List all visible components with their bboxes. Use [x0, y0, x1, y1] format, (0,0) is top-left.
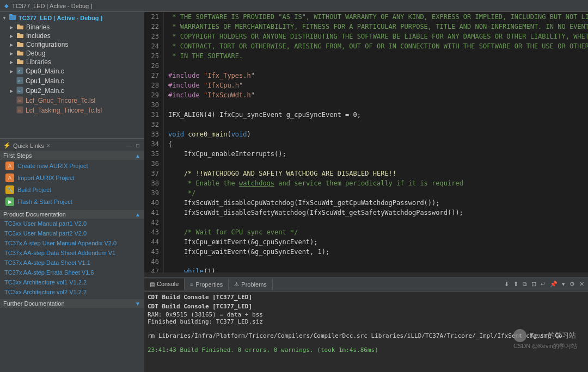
title-bar-icon: ◆: [4, 3, 9, 9]
tree-item-libraries[interactable]: ▶Libraries: [0, 58, 144, 66]
tree-item-cpu2main[interactable]: ▶.cCpu2_Main.c: [0, 86, 144, 96]
bottom-panel: ▤Console≡Properties⚠Problems ⬇ ⬆ ⧉ ⊡ ↵ 📌…: [144, 277, 588, 372]
token: while: [184, 268, 204, 272]
toolbar-settings-btn[interactable]: ⚙: [568, 280, 577, 289]
doc-link-anchor-1[interactable]: TC3xx User Manual part2 V2.0: [4, 230, 139, 237]
ql-icon-build-project: 🔧: [5, 185, 14, 194]
ql-item-flash-start[interactable]: ▶Flash & Start Project: [0, 196, 144, 208]
tree-item-includes[interactable]: ▶Includes: [0, 32, 144, 40]
watermark-name: Kevin的学习站: [530, 331, 576, 340]
toolbar-down-btn[interactable]: ⬇: [503, 280, 511, 289]
code-line-47: while(1): [168, 266, 584, 272]
code-content[interactable]: 2122232425262728293031323334353637383940…: [144, 12, 588, 272]
doc-link-anchor-5[interactable]: TC37x AA-step Errata Sheet V1.6: [4, 269, 139, 276]
code-line-37: /* !!WATCHDOG0 AND SAFETY WATCHDOG ARE D…: [168, 169, 584, 178]
ql-item-build-project[interactable]: 🔧Build Project: [0, 184, 144, 196]
quick-links-title: Quick Links: [13, 142, 44, 149]
code-line-30: [168, 100, 584, 110]
doc-link-anchor-4[interactable]: TC37x AA-step Data Sheet V1.1: [4, 259, 139, 266]
doc-link-anchor-7[interactable]: TC3xx Architecture vol2 V1.2.2: [4, 288, 139, 296]
svg-rect-1: [9, 14, 13, 16]
doc-link-anchor-6[interactable]: TC3xx Architecture vol1 V1.2.2: [4, 278, 139, 286]
code-line-31: IFX_ALIGN(4) IfxCpu_syncEvent g_cpuSyncE…: [168, 110, 584, 120]
line-num-21: 21: [146, 12, 159, 22]
svg-text:.c: .c: [17, 79, 21, 83]
line-num-25: 25: [146, 51, 159, 61]
doc-link-anchor-3[interactable]: TC37x AA-step Data Sheet Addendum V1: [4, 249, 139, 257]
tree-icon-cpu0main: .c: [16, 67, 23, 76]
product-doc-collapse[interactable]: ▲: [135, 212, 140, 218]
doc-link-anchor-2[interactable]: TC37x A-step User Manual Appendix V2.0: [4, 239, 139, 247]
token: /* Wait for CPU sync event */: [168, 228, 298, 236]
further-doc-collapse[interactable]: ▼: [135, 301, 140, 307]
code-line-42: [168, 218, 584, 227]
token: #include: [168, 91, 200, 99]
doc-link-0: TC3xx User Manual part1 V2.0: [0, 219, 144, 228]
toolbar-close-console-btn[interactable]: ✕: [578, 280, 586, 289]
further-doc-label: Further Documentation: [3, 300, 65, 307]
toolbar-menu-btn[interactable]: ▾: [560, 280, 567, 289]
tree-item-project-root[interactable]: ▼TC377_LED [ Active - Debug ]: [0, 13, 144, 23]
code-line-39: */: [168, 188, 584, 198]
token: * WARRANTIES OF MERCHANTABILITY, FITNESS…: [168, 23, 588, 30]
token: [168, 62, 172, 70]
token: IfxCpu_enableInterrupts();: [168, 150, 286, 158]
toolbar-pin-btn[interactable]: 📌: [548, 280, 559, 289]
ql-item-new-project[interactable]: ACreate new AURIX Project: [0, 160, 144, 172]
doc-links: TC3xx User Manual part1 V2.0TC3xx User M…: [0, 219, 144, 297]
toolbar-copy-btn[interactable]: ⧉: [521, 280, 529, 289]
tree-label-lcf-gnuc: Lcf_Gnuc_Tricore_Tc.lsl: [26, 97, 95, 104]
tree-icon-binaries: [16, 23, 24, 31]
line-num-41: 41: [146, 208, 159, 218]
tree-item-cpu0main[interactable]: ▶.cCpu0_Main.c: [0, 66, 144, 76]
doc-link-2: TC37x A-step User Manual Appendix V2.0: [0, 238, 144, 248]
toolbar-up-btn[interactable]: ⬆: [512, 280, 520, 289]
toolbar-wrap-btn[interactable]: ↵: [539, 280, 547, 289]
quick-links-header: ⚡ Quick Links ✕ — □: [0, 140, 144, 151]
first-steps-collapse[interactable]: ▲: [135, 153, 140, 159]
ql-label-build-project: Build Project: [17, 187, 51, 193]
tree-arrow-libraries: ▶: [10, 60, 15, 65]
token: "Ifx_Types.h": [204, 72, 255, 79]
token: "IfxScuWdt.h": [204, 91, 255, 99]
token: watchdogs: [239, 179, 274, 187]
tree-item-lcf-tasking[interactable]: .lslLcf_Tasking_Tricore_Tc.lsl: [0, 106, 144, 115]
code-line-21: * THE SOFTWARE IS PROVIDED "AS IS", WITH…: [168, 12, 584, 22]
ql-label-flash-start: Flash & Start Project: [17, 199, 72, 205]
panel-maximize-btn[interactable]: □: [135, 142, 140, 148]
tree-icon-cpu1main: .c: [16, 77, 23, 85]
token: /* !!WATCHDOG0 AND SAFETY WATCHDOG ARE D…: [168, 170, 396, 177]
code-line-22: * WARRANTIES OF MERCHANTABILITY, FITNESS…: [168, 22, 584, 32]
quick-links-tab-indicator: ✕: [46, 143, 51, 148]
tree-item-lcf-gnuc[interactable]: .lslLcf_Gnuc_Tricore_Tc.lsl: [0, 96, 144, 106]
code-line-27: #include "Ifx_Types.h": [168, 71, 584, 80]
console-title: CDT Build Console [TC377_LED]: [148, 293, 585, 302]
panel-minimize-btn[interactable]: —: [125, 142, 133, 148]
tree-item-debug[interactable]: ▶Debug: [0, 49, 144, 58]
title-bar-label: TC377_LED [ Active - Debug ]: [12, 3, 92, 9]
tree-item-configurations[interactable]: ▶Configurations: [0, 40, 144, 49]
doc-link-anchor-0[interactable]: TC3xx User Manual part1 V2.0: [4, 220, 139, 227]
tab-console[interactable]: ▤Console: [144, 278, 185, 290]
tree-icon-libraries: [16, 58, 24, 66]
tree-item-cpu1main[interactable]: .cCpu1_Main.c: [0, 76, 144, 86]
ql-icon-flash-start: ▶: [5, 197, 14, 206]
token: #include: [168, 82, 200, 89]
line-num-46: 46: [146, 257, 159, 266]
tree-icon-lcf-gnuc: .lsl: [16, 96, 23, 105]
toolbar-clear-btn[interactable]: ⊡: [530, 280, 538, 289]
code-line-25: * IN THE SOFTWARE.: [168, 51, 584, 61]
tab-problems[interactable]: ⚠Problems: [229, 279, 272, 290]
code-line-44: IfxCpu_emitEvent(&g_cpuSyncEvent);: [168, 237, 584, 247]
tree-item-binaries[interactable]: ▶Binaries: [0, 23, 144, 32]
tree-icon-debug: [16, 49, 24, 57]
code-line-40: IfxScuWdt_disableCpuWatchdog(IfxScuWdt_g…: [168, 198, 584, 208]
token: IfxCpu_emitEvent(&g_cpuSyncEvent);: [168, 238, 318, 246]
quick-links-icon: ⚡: [3, 142, 11, 149]
horizontal-scrollbar[interactable]: [144, 272, 588, 277]
tree-label-lcf-tasking: Lcf_Tasking_Tricore_Tc.lsl: [26, 107, 102, 114]
ql-icon-new-project: A: [5, 162, 14, 170]
editor-area: 2122232425262728293031323334353637383940…: [144, 12, 588, 372]
tab-properties[interactable]: ≡Properties: [185, 279, 229, 290]
ql-item-import-project[interactable]: AImport AURIX Project: [0, 172, 144, 184]
